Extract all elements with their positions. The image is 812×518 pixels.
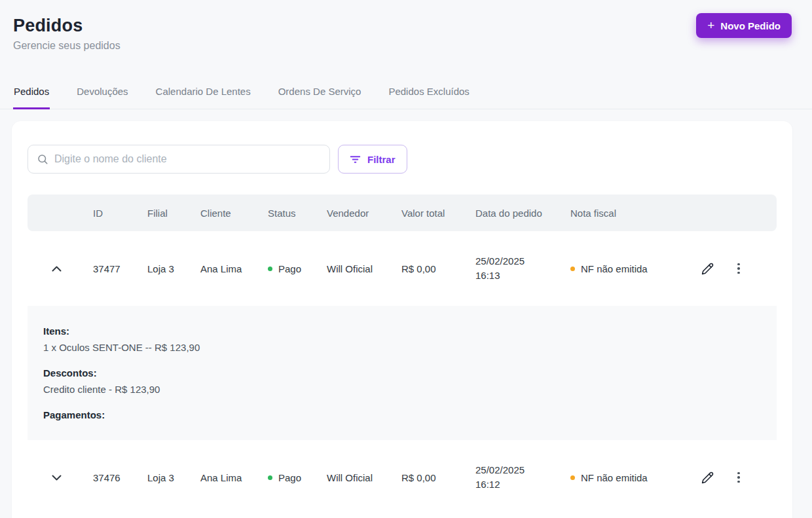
new-order-button-label: Novo Pedido [720, 20, 781, 31]
status-paid-dot [268, 475, 272, 480]
order-valor-total: R$ 0,00 [401, 472, 475, 483]
order-data-pedido: 25/02/2025 16:12 [475, 463, 570, 492]
filter-button[interactable]: Filtrar [338, 145, 407, 174]
status-label: Pago [278, 472, 301, 483]
row-menu-button[interactable] [729, 259, 748, 278]
col-data-do-pedido: Data do pedido [475, 208, 570, 219]
order-data-pedido: 25/02/2025 16:13 [475, 254, 570, 283]
descontos-label: Descontos: [43, 367, 761, 379]
itens-label: Itens: [43, 325, 761, 337]
row-actions [695, 259, 777, 278]
order-time: 16:12 [475, 477, 570, 492]
table-row: 37476 Loja 3 Ana Lima Pago Will Oficial … [28, 440, 777, 515]
status-paid-dot [268, 267, 272, 271]
plus-icon: + [707, 19, 714, 31]
col-id: ID [93, 208, 147, 219]
col-vendedor: Vendedor [327, 208, 401, 219]
order-cliente: Ana Lima [200, 472, 268, 483]
tab-ordens-de-servico[interactable]: Ordens De Serviço [278, 86, 362, 109]
order-id: 37477 [93, 263, 147, 274]
page-title: Pedidos [13, 16, 792, 36]
order-time: 16:13 [475, 268, 570, 283]
col-cliente: Cliente [200, 208, 268, 219]
page-subtitle: Gerencie seus pedidos [13, 40, 792, 52]
page-header: Pedidos Gerencie seus pedidos + Novo Ped… [0, 0, 812, 52]
nf-label: NF não emitida [581, 263, 648, 274]
kebab-icon [737, 472, 740, 483]
item-line: 1 x Oculos SENT-ONE -- R$ 123,90 [43, 342, 761, 353]
table-header-row: ID Filial Cliente Status Vendedor Valor … [28, 194, 777, 231]
tab-devolucoes[interactable]: Devoluções [76, 86, 128, 109]
kebab-icon [737, 263, 740, 274]
nf-label: NF não emitida [581, 472, 648, 483]
status-label: Pago [278, 263, 301, 274]
order-nota-fiscal: NF não emitida [570, 472, 695, 483]
order-date: 25/02/2025 [475, 254, 570, 268]
edit-order-button[interactable] [698, 468, 716, 487]
order-filial: Loja 3 [147, 263, 200, 274]
tab-pedidos-excluidos[interactable]: Pedidos Excluídos [388, 86, 470, 109]
nf-pending-dot [570, 267, 575, 271]
orders-table: ID Filial Cliente Status Vendedor Valor … [28, 194, 777, 515]
chevron-up-icon [52, 266, 62, 272]
search-input[interactable] [54, 153, 321, 165]
order-status: Pago [268, 263, 327, 274]
chevron-down-icon [52, 475, 62, 481]
pagamentos-label: Pagamentos: [43, 409, 761, 420]
row-menu-button[interactable] [729, 468, 748, 487]
orders-card: Filtrar ID Filial Cliente Status Vendedo… [12, 121, 792, 518]
nf-pending-dot [570, 475, 575, 480]
new-order-button[interactable]: + Novo Pedido [696, 13, 792, 38]
row-actions [695, 468, 777, 487]
expander-cell [28, 259, 93, 278]
filter-button-label: Filtrar [367, 154, 396, 165]
col-filial: Filial [147, 208, 200, 219]
order-vendedor: Will Oficial [327, 263, 401, 274]
filter-row: Filtrar [28, 145, 777, 174]
tab-pedidos[interactable]: Pedidos [13, 86, 50, 109]
search-box [28, 145, 330, 174]
order-vendedor: Will Oficial [327, 472, 401, 483]
order-cliente: Ana Lima [200, 263, 268, 274]
desconto-line: Credito cliente - R$ 123,90 [43, 384, 761, 395]
order-valor-total: R$ 0,00 [401, 263, 475, 274]
order-detail-panel: Itens: 1 x Oculos SENT-ONE -- R$ 123,90 … [28, 306, 777, 440]
order-date: 25/02/2025 [475, 463, 570, 477]
filter-lines-icon [350, 155, 361, 164]
order-status: Pago [268, 472, 327, 483]
expander-cell [28, 468, 93, 487]
tab-bar: Pedidos Devoluções Calendario De Lentes … [0, 86, 812, 109]
table-row: 37477 Loja 3 Ana Lima Pago Will Oficial … [28, 231, 777, 306]
col-valor-total: Valor total [401, 208, 475, 219]
col-nota-fiscal: Nota fiscal [570, 208, 695, 219]
pencil-icon [701, 472, 714, 484]
search-icon [37, 153, 48, 165]
tab-calendario-de-lentes[interactable]: Calendario De Lentes [155, 86, 251, 109]
order-filial: Loja 3 [147, 472, 200, 483]
collapse-row-button[interactable] [47, 259, 65, 278]
pencil-icon [701, 263, 714, 275]
edit-order-button[interactable] [698, 259, 716, 278]
order-nota-fiscal: NF não emitida [570, 263, 695, 274]
col-status: Status [268, 208, 327, 219]
order-id: 37476 [93, 472, 147, 483]
expand-row-button[interactable] [47, 468, 65, 487]
